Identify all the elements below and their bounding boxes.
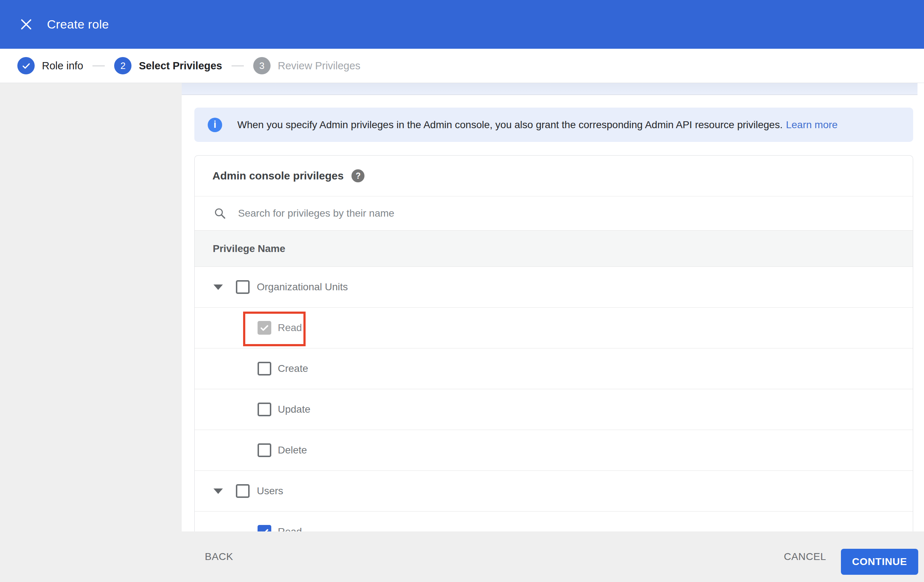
table-row: Organizational Units (195, 267, 913, 307)
continue-button[interactable]: CONTINUE (841, 549, 918, 575)
check-icon (259, 526, 270, 531)
collapse-triangle-icon[interactable] (213, 488, 223, 494)
collapse-triangle-icon[interactable] (213, 285, 223, 290)
main-content: i When you specify Admin privileges in t… (182, 83, 924, 531)
table-row: Read (195, 307, 913, 348)
scrolled-panel-edge (182, 83, 917, 95)
step-label: Review Privileges (278, 60, 360, 72)
checkbox-update[interactable] (257, 402, 271, 416)
search-icon (213, 207, 226, 220)
step-number: 2 (114, 57, 132, 74)
privilege-label: Update (278, 404, 310, 415)
step-completed-check-icon (17, 57, 35, 74)
table-column-header: Privilege Name (195, 230, 913, 267)
card-title: Admin console privileges (213, 170, 343, 182)
table-row: Update (195, 389, 913, 430)
checkbox-users[interactable] (236, 484, 249, 498)
learn-more-link[interactable]: Learn more (786, 119, 838, 130)
cancel-button[interactable]: CANCEL (784, 551, 826, 562)
help-icon[interactable]: ? (351, 169, 365, 182)
footer-bar: BACK CANCEL CONTINUE (0, 531, 924, 582)
table-row: Read (195, 511, 913, 531)
info-banner: i When you specify Admin privileges in t… (194, 107, 913, 142)
checkbox-create[interactable] (257, 362, 271, 376)
banner-text: When you specify Admin privileges in the… (237, 119, 838, 131)
card-title-row: Admin console privileges ? (195, 156, 913, 196)
left-gutter-panel (0, 83, 182, 531)
close-icon (20, 18, 33, 31)
privilege-label: Users (257, 485, 283, 497)
close-button[interactable] (17, 16, 35, 33)
table-row: Delete (195, 430, 913, 470)
privilege-label: Create (278, 363, 308, 374)
search-row (195, 196, 913, 230)
check-icon (259, 322, 270, 333)
step-label: Role info (42, 60, 83, 72)
step-label: Select Privileges (139, 60, 222, 72)
app-bar: Create role (0, 0, 924, 49)
back-button[interactable]: BACK (205, 551, 233, 562)
step-number: 3 (253, 57, 271, 74)
info-icon: i (208, 118, 222, 132)
step-select-privileges[interactable]: 2 Select Privileges (114, 57, 222, 74)
privilege-label: Delete (278, 444, 307, 456)
privilege-label: Read (278, 322, 302, 334)
step-review-privileges[interactable]: 3 Review Privileges (253, 57, 360, 74)
stepper: Role info 2 Select Privileges 3 Review P… (0, 49, 924, 83)
step-connector (92, 65, 105, 66)
privileges-card: Admin console privileges ? Privilege Nam… (194, 155, 913, 531)
table-row: Create (195, 348, 913, 389)
checkbox-read-checked[interactable] (257, 321, 271, 335)
checkbox-delete[interactable] (257, 444, 271, 457)
search-input[interactable] (237, 207, 817, 219)
privilege-label: Organizational Units (257, 281, 348, 293)
privilege-label: Read (278, 526, 302, 531)
page-title: Create role (47, 17, 109, 31)
table-row: Users (195, 470, 913, 511)
checkbox-organizational-units[interactable] (236, 280, 249, 294)
step-connector (231, 65, 244, 66)
checkbox-users-read-checked[interactable] (257, 525, 271, 531)
step-role-info[interactable]: Role info (17, 57, 83, 74)
